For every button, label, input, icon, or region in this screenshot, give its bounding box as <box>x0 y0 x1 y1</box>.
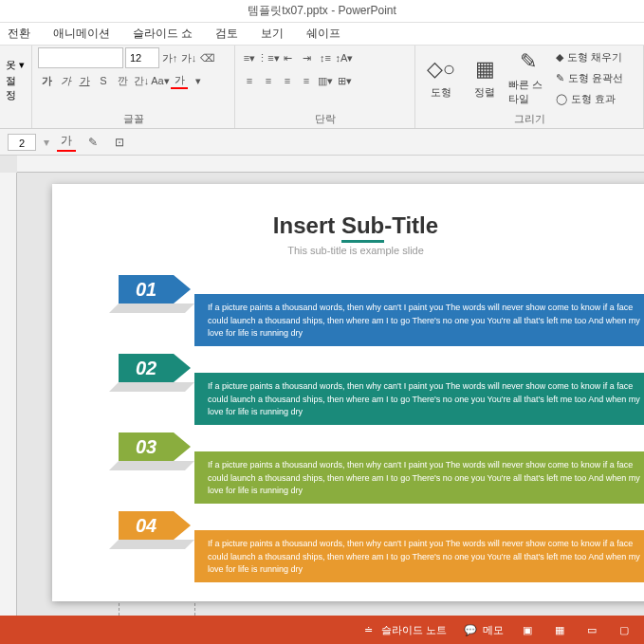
font-color-icon[interactable]: 가 <box>171 72 188 89</box>
title-bar: 템플릿tx07.pptx - PowerPoint <box>0 0 644 23</box>
case-icon[interactable]: Aa▾ <box>152 72 169 89</box>
align-center-icon[interactable]: ≡ <box>260 72 277 89</box>
slide-canvas[interactable]: Insert Sub-Title This sub-title is examp… <box>0 156 644 616</box>
ribbon-group-label-left <box>6 113 26 128</box>
item-text-2: If a picture paints a thousand words, th… <box>194 373 644 425</box>
menu-bar: 전환 애니메이션 슬라이드 쇼 검토 보기 쉐이프 <box>0 23 644 46</box>
notes-icon: ≐ <box>360 621 377 638</box>
menu-animation[interactable]: 애니메이션 <box>53 26 110 42</box>
shapes-icon: ◇○ <box>427 57 455 82</box>
numbering-icon[interactable]: ⋮≡▾ <box>260 49 277 66</box>
clear-format-icon[interactable]: ⌫ <box>199 49 216 66</box>
reading-view-icon[interactable]: ▭ <box>583 621 600 638</box>
number-badge-2: 02 <box>119 354 174 382</box>
menu-shape[interactable]: 쉐이프 <box>306 26 340 42</box>
arrange-icon: ▦ <box>475 57 495 82</box>
menu-transition[interactable]: 전환 <box>8 26 30 42</box>
normal-view-icon[interactable]: ▣ <box>519 621 536 638</box>
crop-icon[interactable]: ⊡ <box>110 133 129 152</box>
window-title: 템플릿tx07.pptx - PowerPoint <box>248 3 396 19</box>
quick-toolbar: 2 ▾ 가 ✎ ⊡ <box>0 129 644 156</box>
menu-slideshow[interactable]: 슬라이드 쇼 <box>133 26 193 42</box>
font-group-label: 글꼴 <box>38 110 229 128</box>
effects-icon: ◯ <box>556 93 567 105</box>
shapes-button[interactable]: ◇○ 도형 <box>421 47 461 108</box>
quick-value[interactable]: 2 <box>8 134 36 151</box>
font-color-quick-icon[interactable]: 가 <box>57 133 76 152</box>
sorter-view-icon[interactable]: ▦ <box>551 621 568 638</box>
qb-sep: ▾ <box>44 136 49 149</box>
italic-icon[interactable]: 가 <box>57 72 74 89</box>
shape-fill-button[interactable]: ◆ 도형 채우기 <box>556 47 623 66</box>
slide-subtitle[interactable]: This sub-title is example slide <box>52 245 644 256</box>
ruler-vertical[interactable] <box>0 173 17 616</box>
font-family-combo[interactable] <box>38 47 123 68</box>
strike-icon[interactable]: S <box>95 72 112 89</box>
paragraph-group-label: 단락 <box>241 110 409 128</box>
menu-review[interactable]: 검토 <box>215 26 238 42</box>
arrange-button[interactable]: ▦ 정렬 <box>465 47 505 108</box>
number-badge-4: 04 <box>119 511 174 540</box>
shape-outline-button[interactable]: ✎ 도형 윤곽선 <box>556 68 623 87</box>
align-right-icon[interactable]: ≡ <box>279 72 296 89</box>
memo-button[interactable]: 💬 메모 <box>462 621 504 638</box>
increase-font-icon[interactable]: 가↑ <box>161 49 178 66</box>
smartart-icon[interactable]: ⊞▾ <box>336 72 353 89</box>
item-text-3: If a picture paints a thousand words, th… <box>194 451 644 504</box>
slide[interactable]: Insert Sub-Title This sub-title is examp… <box>52 184 644 601</box>
indent-inc-icon[interactable]: ⇥ <box>298 49 315 66</box>
drawing-group-label: 그리기 <box>421 110 637 128</box>
columns-icon[interactable]: ▥▾ <box>317 72 334 89</box>
decrease-font-icon[interactable]: 가↓ <box>180 49 197 66</box>
list-item[interactable]: 04 If a picture paints a thousand words,… <box>52 511 644 582</box>
fill-icon: ◆ <box>556 51 563 64</box>
outline-icon: ✎ <box>556 72 564 84</box>
line-spacing-icon[interactable]: ↕≡ <box>317 49 334 66</box>
memo-icon: 💬 <box>462 621 479 638</box>
spacing-icon[interactable]: 간↓ <box>133 72 150 89</box>
eyedropper-icon[interactable]: ✎ <box>83 133 102 152</box>
highlight-icon[interactable]: ▾ <box>190 72 207 89</box>
list-item[interactable]: 03 If a picture paints a thousand words,… <box>52 432 644 504</box>
slideshow-view-icon[interactable]: ▢ <box>616 621 633 638</box>
number-badge-3: 03 <box>119 432 174 461</box>
ruler-horizontal[interactable] <box>17 156 644 173</box>
underline-icon[interactable]: 가 <box>76 72 93 89</box>
ribbon-left-item-1[interactable]: 옷 ▾ <box>6 58 25 72</box>
list-item[interactable]: 02 If a picture paints a thousand words,… <box>52 354 644 425</box>
bullets-icon[interactable]: ≡▾ <box>241 49 258 66</box>
text-direction-icon[interactable]: ↕A▾ <box>336 49 353 66</box>
list-item[interactable]: 01 If a picture paints a thousand words,… <box>52 275 644 346</box>
number-badge-1: 01 <box>119 275 174 304</box>
item-text-1: If a picture paints a thousand words, th… <box>194 294 644 346</box>
menu-view[interactable]: 보기 <box>261 26 284 42</box>
shadow-icon[interactable]: 깐 <box>114 72 131 89</box>
bold-icon[interactable]: 가 <box>38 72 55 89</box>
shape-effects-button[interactable]: ◯ 도형 효과 <box>556 89 623 108</box>
ribbon: 옷 ▾ 절정 가↑ 가↓ ⌫ 가 가 가 S 깐 간↓ Aa▾ 가 ▾ <box>0 46 644 129</box>
item-text-4: If a picture paints a thousand words, th… <box>194 530 644 582</box>
quick-styles-icon: ✎ <box>520 49 537 74</box>
quick-styles-button[interactable]: ✎ 빠른 스타일 <box>508 47 548 108</box>
indent-dec-icon[interactable]: ⇤ <box>279 49 296 66</box>
slide-notes-button[interactable]: ≐ 슬라이드 노트 <box>360 621 447 638</box>
slide-title[interactable]: Insert Sub-Title <box>52 212 644 239</box>
ribbon-left-item-2[interactable]: 절정 <box>6 74 26 102</box>
align-justify-icon[interactable]: ≡ <box>298 72 315 89</box>
align-left-icon[interactable]: ≡ <box>241 72 258 89</box>
status-bar: ≐ 슬라이드 노트 💬 메모 ▣ ▦ ▭ ▢ <box>0 616 644 644</box>
font-size-combo[interactable] <box>125 47 159 68</box>
